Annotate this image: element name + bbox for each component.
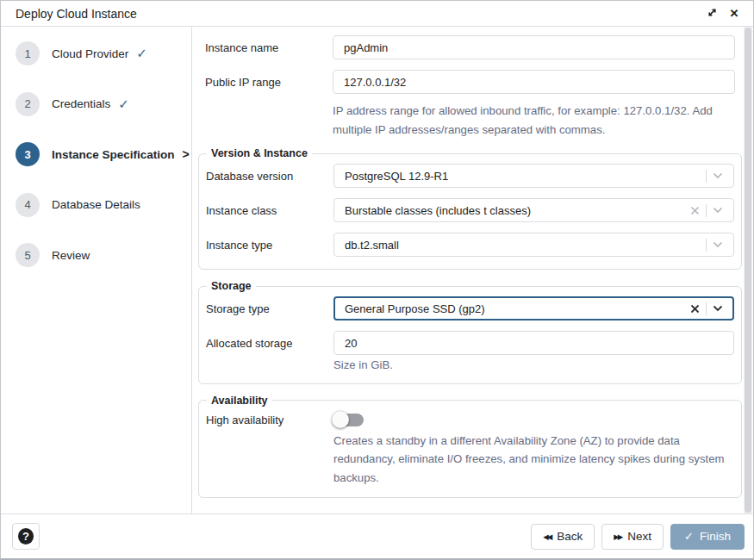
dialog-header: Deploy Cloud Instance ✕ [1,1,753,27]
double-right-arrow-icon: ▶▶ [614,532,621,541]
close-icon: ✕ [730,7,739,20]
chevron-right-icon: > [183,147,190,161]
step-database-details[interactable]: 4 Database Details [1,180,191,231]
back-button[interactable]: ◀◀ Back [531,524,595,550]
clear-icon[interactable] [690,304,700,314]
step-label: Instance Specification [52,148,175,161]
storage-type-label: Storage type [206,302,333,315]
instance-name-input[interactable] [333,35,735,59]
high-availability-help-text: Creates a standby in a different Availab… [333,432,734,488]
select-adornments [690,204,723,217]
step-credentials[interactable]: 2 Credentials ✓ [1,79,191,130]
storage-legend: Storage [207,280,256,292]
step-instance-specification[interactable]: 3 Instance Specification > [1,129,191,180]
dialog-body: 1 Cloud Provider ✓ 2 Credentials ✓ 3 Ins… [1,27,753,515]
step-label: Credentials [52,97,110,110]
version-instance-fieldset: Version & Instance Database version Post… [198,147,742,270]
step-number-badge: 3 [16,142,40,166]
instance-class-label: Instance class [206,204,333,217]
help-button[interactable]: ? [12,523,40,550]
select-adornments [690,302,723,315]
deploy-cloud-instance-dialog: Deploy Cloud Instance ✕ 1 Cloud Provider… [0,0,754,560]
instance-type-value: db.t2.small [345,239,693,252]
step-label: Database Details [52,198,140,211]
maximize-button[interactable] [703,5,720,22]
next-button-label: Next [627,530,651,543]
instance-type-label: Instance type [206,239,333,252]
database-version-value: PostgreSQL 12.9-R1 [345,170,693,183]
step-form-content: Instance name Public IP range IP address… [192,27,753,515]
dialog-footer: ? ◀◀ Back ▶▶ Next ✓ Finish [1,513,753,558]
wizard-sidebar: 1 Cloud Provider ✓ 2 Credentials ✓ 3 Ins… [1,27,192,515]
step-number-badge: 5 [16,243,40,267]
instance-type-select[interactable]: db.t2.small [333,233,734,257]
instance-class-value: Burstable classes (includes t classes) [345,204,683,217]
dialog-title: Deploy Cloud Instance [16,7,703,21]
allocated-storage-help-text: Size in GiB. [333,356,734,375]
allocated-storage-label: Allocated storage [206,337,333,350]
storage-type-select[interactable]: General Purpose SSD (gp2) [333,296,734,320]
public-ip-range-input[interactable] [333,70,735,94]
step-number-badge: 2 [16,92,40,116]
check-icon: ✓ [684,530,694,543]
finish-button-label: Finish [700,530,731,543]
divider [706,239,707,252]
public-ip-range-label: Public IP range [205,76,333,89]
close-button[interactable]: ✕ [726,5,743,22]
divider [706,170,707,183]
database-version-select[interactable]: PostgreSQL 12.9-R1 [333,164,734,188]
check-icon: ✓ [118,96,129,112]
next-button[interactable]: ▶▶ Next [601,524,664,550]
chevron-down-icon[interactable] [713,172,723,179]
instance-class-select[interactable]: Burstable classes (includes t classes) [333,198,734,222]
public-ip-range-help-text: IP address range for allowed inbound tra… [333,102,735,139]
check-icon: ✓ [136,46,147,61]
allocated-storage-input[interactable] [333,331,734,355]
instance-name-label: Instance name [205,41,333,54]
high-availability-label: High availability [206,414,333,426]
availability-fieldset: Availability High availability Creates a… [198,395,742,499]
availability-legend: Availability [207,395,272,407]
select-adornments [700,170,723,183]
step-cloud-provider[interactable]: 1 Cloud Provider ✓ [1,28,191,79]
select-adornments [700,239,723,252]
content-scrollbar[interactable] [744,27,752,515]
scrollbar-thumb[interactable] [745,28,751,513]
chevron-down-icon[interactable] [713,207,723,214]
high-availability-toggle[interactable] [333,414,364,426]
finish-button[interactable]: ✓ Finish [670,524,745,550]
storage-fieldset: Storage Storage type General Purpose SSD… [198,280,742,384]
step-review[interactable]: 5 Review [1,230,191,281]
divider [706,302,707,315]
double-left-arrow-icon: ◀◀ [543,532,551,541]
clear-icon[interactable] [690,206,700,215]
chevron-down-icon[interactable] [713,241,723,248]
step-number-badge: 1 [16,41,40,65]
toggle-knob [332,411,349,428]
step-label: Review [52,249,90,262]
storage-type-value: General Purpose SSD (gp2) [345,302,683,315]
version-instance-legend: Version & Instance [207,147,312,159]
maximize-icon [707,7,718,21]
database-version-label: Database version [206,170,333,183]
step-label: Cloud Provider [52,47,128,60]
chevron-down-icon[interactable] [713,305,723,312]
back-button-label: Back [557,530,583,543]
step-number-badge: 4 [16,193,40,217]
help-icon: ? [18,528,34,544]
divider [706,204,707,217]
